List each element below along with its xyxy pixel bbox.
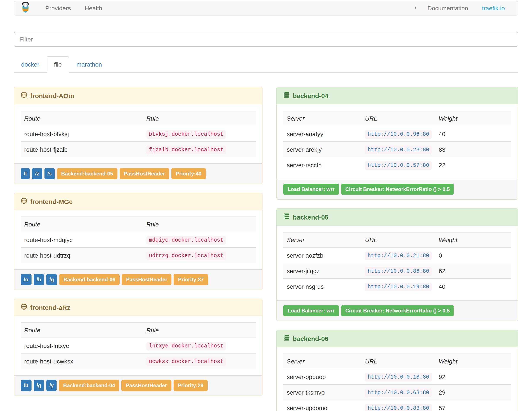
rule-code: fjzalb.docker.localhost	[146, 146, 226, 154]
frontend-card-body: Route Rule route-host-mdqiyc mdqiyc.dock…	[14, 210, 262, 269]
weight-column-header: Weight	[435, 232, 511, 247]
frontend-card: frontend-MGe Route Rule route-host-mdqiy…	[14, 193, 263, 290]
frontend-card: frontend-AOm Route Rule route-host-btvks…	[14, 87, 263, 184]
server-name: server-rscctn	[283, 157, 362, 172]
entrypoint-label: /y	[47, 380, 57, 391]
navbar: Providers Health / Documentation traefik…	[14, 1, 518, 16]
provider-tab-docker[interactable]: docker	[14, 56, 47, 73]
server-column-header: Server	[283, 354, 362, 369]
routes-header-row: Route Rule	[21, 323, 256, 338]
frontend-tag-label: Priority:37	[174, 274, 208, 285]
server-weight: 0	[435, 247, 511, 263]
globe-icon	[21, 197, 30, 205]
entrypoint-label: /h	[33, 274, 44, 285]
route-name: route-host-udtrzq	[21, 247, 143, 263]
server-url-link[interactable]: http://10.0.0.63:80	[365, 389, 432, 397]
route-column-header: Route	[21, 323, 143, 338]
frontend-card-footer: /b/g/yBackend:backend-04PassHostHeaderPr…	[14, 375, 262, 395]
globe-icon	[21, 92, 30, 99]
server-url-link[interactable]: http://10.0.0.23:80	[365, 146, 432, 154]
server-url-link[interactable]: http://10.0.0.21:80	[365, 252, 432, 260]
nav-health-link[interactable]: Health	[78, 5, 109, 12]
routes-table: Route Rule route-host-btvksj btvksj.dock…	[21, 111, 256, 157]
filter-input[interactable]	[14, 32, 518, 47]
routes-header-row: Route Rule	[21, 217, 256, 232]
frontend-card-footer: /o/h/gBackend:backend-06PassHostHeaderPr…	[14, 269, 262, 290]
servers-table: Server URL Weight server-opbuop http://1…	[283, 353, 511, 411]
rule-code: mdqiyc.docker.localhost	[146, 236, 226, 245]
frontend-tag-label: PassHostHeader	[122, 380, 171, 391]
backend-card-footer: Load Balancer: wrrCircuit Breaker: Netwo…	[277, 179, 518, 199]
backend-card: backend-05 Server URL Weight server-aozf…	[276, 208, 518, 321]
server-row: server-nsgrus http://10.0.0.19:80 40	[283, 279, 511, 294]
entrypoint-label: /z	[32, 168, 42, 179]
server-name: server-arekjy	[283, 142, 362, 157]
entrypoint-label: /t	[21, 168, 30, 179]
frontend-card-header: frontend-AOm	[14, 87, 262, 104]
server-name: server-jifqgz	[283, 263, 362, 279]
server-row: server-jifqgz http://10.0.0.86:80 62	[283, 263, 511, 279]
rule-column-header: Rule	[143, 111, 256, 126]
server-weight: 92	[435, 369, 511, 384]
entrypoint-label: /o	[21, 274, 31, 285]
backend-tag-label: Circuit Breaker: NetworkErrorRatio () > …	[341, 184, 454, 195]
server-url-link[interactable]: http://10.0.0.19:80	[365, 283, 432, 291]
provider-tab-marathon[interactable]: marathon	[69, 56, 109, 73]
server-weight: 40	[435, 279, 511, 294]
weight-column-header: Weight	[435, 111, 511, 126]
rule-code: lntxye.docker.localhost	[146, 342, 226, 351]
rule-column-header: Rule	[143, 323, 256, 338]
server-stack-icon	[283, 213, 293, 221]
server-name: server-tksmvo	[283, 384, 362, 400]
server-weight: 22	[435, 157, 511, 172]
server-url-link[interactable]: http://10.0.0.96:80	[365, 130, 432, 139]
server-row: server-opbuop http://10.0.0.18:80 92	[283, 369, 511, 384]
server-url-link[interactable]: http://10.0.0.86:80	[365, 267, 432, 276]
entrypoint-label: /s	[44, 168, 55, 179]
url-column-header: URL	[362, 111, 435, 126]
server-row: server-aozfzb http://10.0.0.21:80 0	[283, 247, 511, 263]
backend-card-header: backend-06	[277, 330, 518, 347]
frontend-tag-label: PassHostHeader	[122, 274, 172, 285]
server-row: server-anatyy http://10.0.0.96:80 40	[283, 126, 511, 142]
server-column-header: Server	[283, 232, 362, 247]
route-row: route-host-udtrzq udtrzq.docker.localhos…	[21, 247, 256, 263]
traefik-dashboard: Providers Health / Documentation traefik…	[0, 0, 532, 411]
backend-card-header: backend-04	[277, 87, 518, 104]
server-weight: 83	[435, 142, 511, 157]
server-row: server-rscctn http://10.0.0.57:80 22	[283, 157, 511, 172]
server-url-link[interactable]: http://10.0.0.57:80	[365, 161, 432, 170]
server-row: server-tksmvo http://10.0.0.63:80 29	[283, 384, 511, 400]
backend-tag-label: Load Balancer: wrr	[283, 184, 339, 195]
backend-card-header: backend-05	[277, 209, 518, 225]
frontend-card-body: Route Rule route-host-lntxye lntxye.dock…	[14, 316, 262, 375]
server-name: server-aozfzb	[283, 247, 362, 263]
server-weight: 29	[435, 384, 511, 400]
servers-header-row: Server URL Weight	[283, 111, 511, 126]
route-row: route-host-lntxye lntxye.docker.localhos…	[21, 338, 256, 353]
navbar-brand[interactable]	[20, 2, 31, 15]
server-row: server-arekjy http://10.0.0.23:80 83	[283, 142, 511, 157]
route-name: route-host-ucwksx	[21, 353, 143, 369]
nav-providers-link[interactable]: Providers	[38, 5, 78, 12]
backends-column: backend-04 Server URL Weight server-anat…	[276, 87, 518, 411]
provider-tab-file[interactable]: file	[47, 56, 69, 73]
server-weight: 40	[435, 126, 511, 142]
frontend-title: frontend-MGe	[30, 198, 73, 205]
weight-column-header: Weight	[435, 354, 511, 369]
url-column-header: URL	[362, 232, 435, 247]
frontend-card-body: Route Rule route-host-btvksj btvksj.dock…	[14, 104, 262, 163]
rule-code: udtrzq.docker.localhost	[146, 252, 226, 260]
nav-traefik-io-link[interactable]: traefik.io	[475, 5, 512, 12]
server-url-link[interactable]: http://10.0.0.18:80	[365, 373, 432, 382]
backend-card-body: Server URL Weight server-aozfzb http://1…	[277, 225, 518, 300]
frontend-card-footer: /t/z/sBackend:backend-05PassHostHeaderPr…	[14, 163, 262, 184]
routes-table: Route Rule route-host-lntxye lntxye.dock…	[21, 323, 256, 369]
frontends-column: frontend-AOm Route Rule route-host-btvks…	[14, 87, 263, 404]
backend-card-body: Server URL Weight server-anatyy http://1…	[277, 104, 518, 179]
frontend-title: frontend-aRz	[30, 303, 70, 311]
server-url-link[interactable]: http://10.0.0.83:80	[365, 404, 432, 411]
route-row: route-host-btvksj btvksj.docker.localhos…	[21, 126, 256, 142]
url-column-header: URL	[362, 354, 435, 369]
nav-documentation-link[interactable]: Documentation	[421, 5, 475, 12]
